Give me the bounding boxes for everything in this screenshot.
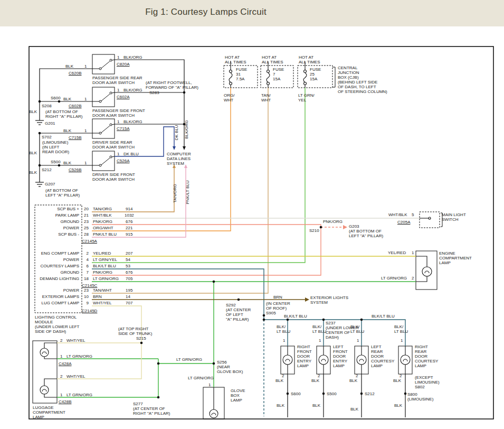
main-light-switch-internal bbox=[420, 217, 431, 219]
right-front-door-lamp-symbol bbox=[283, 346, 292, 374]
wire-pnk-lt-blu bbox=[92, 168, 186, 237]
passenger-rear-door-ajar-switch-box bbox=[92, 54, 115, 74]
luggage-lamp-2-symbol bbox=[40, 379, 57, 397]
wire-org-wht bbox=[92, 88, 231, 231]
flow-arrows bbox=[173, 146, 347, 302]
engine-compartment-lamp-symbol bbox=[416, 256, 432, 282]
driver-rear-door-ajar-switch-box bbox=[92, 119, 115, 138]
junction-dots bbox=[39, 91, 407, 399]
luggage-lamp-1-symbol bbox=[40, 343, 57, 359]
driver-front-door-ajar-switch-box bbox=[92, 151, 115, 171]
g201-ground-symbol bbox=[35, 120, 44, 125]
wiring-diagram-svg bbox=[0, 0, 504, 429]
cjb-fuse31-box bbox=[224, 66, 258, 88]
component-boxes bbox=[33, 54, 437, 419]
engine-compartment-lamp-box bbox=[416, 251, 437, 290]
black-wires bbox=[40, 60, 405, 417]
wire-wht-yel bbox=[57, 306, 141, 379]
left-front-door-lamp-symbol bbox=[319, 346, 328, 374]
main-light-switch-box bbox=[420, 212, 440, 228]
dashed-boxes bbox=[35, 66, 440, 313]
lamp-symbols bbox=[40, 217, 432, 418]
diagram-area: 1BLK/ORGC820APASSENGER SIDE REAR DOOR AJ… bbox=[0, 0, 504, 429]
left-rear-door-lamp-symbol bbox=[357, 346, 366, 374]
cjb-bracket bbox=[332, 67, 442, 227]
wire-lt-grn-org bbox=[57, 282, 416, 397]
cjb-fuse25-box bbox=[298, 66, 332, 88]
glove-box-lamp-symbol bbox=[210, 387, 218, 418]
wire-tan-org bbox=[92, 168, 174, 212]
wire-dk-blu bbox=[115, 127, 174, 156]
passenger-front-door-ajar-switch-box bbox=[92, 87, 115, 107]
lighting-control-module-box bbox=[35, 205, 82, 313]
door-ajar-switch-symbols bbox=[92, 59, 115, 166]
diagram-border bbox=[29, 46, 493, 419]
g207-ground-symbol bbox=[35, 182, 44, 186]
wire-lt-grn-yel bbox=[92, 88, 305, 263]
luggage-compartment-lamp-box bbox=[33, 341, 57, 403]
right-rear-door-lamp-symbol bbox=[401, 346, 410, 374]
wiring-diagram-page: Fig 1: Courtesy Lamps Circuit bbox=[0, 0, 504, 429]
cjb-fuse7-box bbox=[261, 66, 293, 88]
